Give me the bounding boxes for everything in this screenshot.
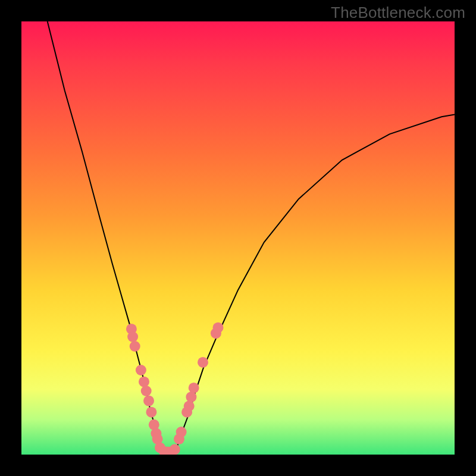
plot-background bbox=[21, 21, 455, 455]
chart-stage: TheBottleneck.com bbox=[0, 0, 476, 476]
watermark-text: TheBottleneck.com bbox=[331, 4, 465, 22]
